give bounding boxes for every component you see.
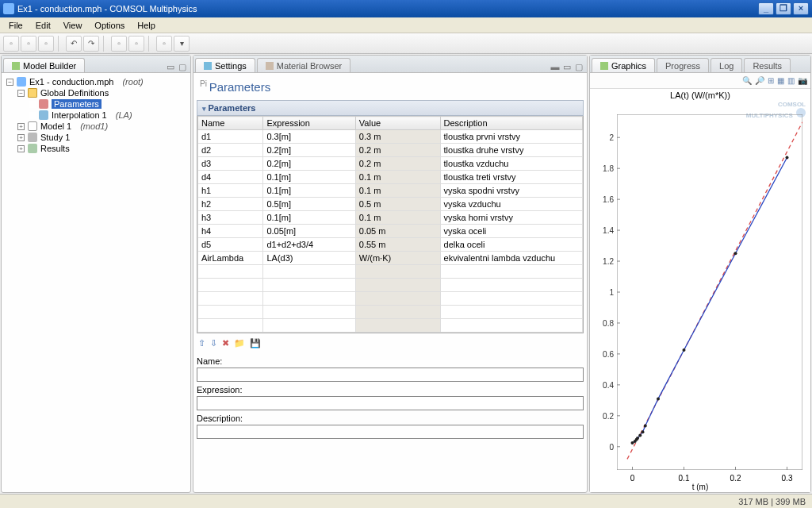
delete-row-icon[interactable]: ✖ — [222, 338, 229, 348]
maximize-button[interactable]: ❐ — [776, 2, 791, 15]
plot-title: LA(t) (W/(m*K)) — [590, 89, 810, 102]
svg-point-23 — [657, 397, 660, 400]
svg-point-19 — [636, 437, 639, 440]
graphics-toolbar: 🔍 🔎 ⊞ ▦ ▥ 📷 — [590, 73, 810, 89]
tab-settings[interactable]: Settings — [195, 58, 255, 72]
table-row[interactable]: h20.5[m]0.5 mvyska vzduchu — [198, 198, 583, 211]
table-row[interactable]: h30.1[m]0.1 mvyska horni vrstvy — [198, 211, 583, 225]
table-row[interactable]: d40.1[m]0.1 mtloustka treti vrstvy — [198, 171, 583, 184]
zoom-out-icon[interactable]: 🔎 — [755, 76, 764, 85]
svg-point-26 — [786, 156, 789, 160]
tab-log[interactable]: Log — [710, 58, 742, 72]
table-row[interactable]: d10.3[m]0.3 mtloustka prvni vrstvy — [198, 130, 583, 144]
table-row[interactable]: d20.2[m]0.2 mtloustka druhe vrstvy — [198, 144, 583, 157]
copy-button[interactable]: ▫ — [111, 36, 127, 52]
save-button[interactable]: ▫ — [38, 36, 54, 52]
table-row[interactable]: AirLambdaLA(d3)W/(m·K)ekvivalentni lambd… — [198, 252, 583, 265]
minimize-panel-icon[interactable]: ▭ — [166, 62, 175, 72]
menu-options[interactable]: Options — [89, 19, 130, 32]
minimize-button[interactable]: _ — [758, 2, 774, 15]
graphics-icon — [600, 62, 608, 70]
material-icon — [266, 62, 274, 70]
tab-progress[interactable]: Progress — [657, 58, 709, 72]
dropdown-icon[interactable]: ▾ — [174, 36, 190, 52]
table-row[interactable]: d5d1+d2+d3/40.55 mdelka oceli — [198, 238, 583, 252]
app-icon — [3, 3, 14, 14]
snapshot-icon[interactable]: 📷 — [798, 76, 807, 85]
model-builder-icon — [12, 62, 20, 70]
table-row[interactable]: h10.1[m]0.1 mvyska spodni vrstvy — [198, 184, 583, 198]
close-button[interactable]: × — [793, 2, 809, 15]
svg-point-24 — [683, 348, 686, 352]
new-button[interactable]: ▫ — [3, 36, 19, 52]
zoom-box-icon[interactable]: ▦ — [777, 76, 784, 85]
tab-material-browser[interactable]: Material Browser — [257, 58, 351, 72]
menubar: File Edit View Options Help — [0, 17, 812, 33]
panel-min-icon[interactable]: ▭ — [562, 62, 572, 72]
plot-area[interactable]: LA(t) (W/(m*K)) COMSOLMULTIPHYSICS t (m)… — [590, 89, 810, 492]
panel-menu-icon[interactable]: ▬ — [550, 62, 560, 72]
svg-point-22 — [644, 424, 647, 427]
expression-field[interactable] — [197, 396, 584, 410]
menu-view[interactable]: View — [58, 19, 88, 32]
open-button[interactable]: ▫ — [21, 36, 36, 52]
name-field[interactable] — [197, 368, 584, 382]
description-field[interactable] — [197, 425, 584, 439]
window-titlebar: Ex1 - conduction.mph - COMSOL Multiphysi… — [0, 0, 812, 17]
zoom-extents-icon[interactable]: ⊞ — [768, 76, 774, 85]
model-builder-panel: Model Builder ▭ ▢ − Ex1 - conduction.mph… — [1, 55, 191, 493]
select-icon[interactable]: ▥ — [787, 76, 795, 85]
menu-help[interactable]: Help — [132, 19, 161, 32]
tree-parameters[interactable]: Parameters — [52, 99, 102, 109]
page-title: Parameters — [197, 75, 584, 100]
x-axis-label: t (m) — [692, 483, 709, 491]
tab-graphics[interactable]: Graphics — [592, 58, 655, 72]
save-icon[interactable]: 💾 — [250, 338, 261, 348]
settings-icon — [204, 62, 212, 70]
menu-edit[interactable]: Edit — [30, 19, 56, 32]
redo-button[interactable]: ↷ — [83, 36, 99, 52]
settings-panel: Settings Material Browser ▬ ▭ ▢ Paramete… — [193, 55, 588, 493]
run-button[interactable]: ▫ — [156, 36, 172, 52]
table-row[interactable]: h40.05[m]0.05 mvyska oceli — [198, 225, 583, 238]
parameters-table[interactable]: Name Expression Value Description d10.3[… — [197, 116, 584, 333]
main-toolbar: ▫ ▫ ▫ ↶ ↷ ▫ ▫ ▫ ▾ — [0, 33, 812, 54]
paste-button[interactable]: ▫ — [128, 36, 144, 52]
zoom-in-icon[interactable]: 🔍 — [742, 76, 752, 85]
maximize-panel-icon[interactable]: ▢ — [178, 62, 187, 72]
move-down-icon[interactable]: ⇩ — [210, 338, 217, 348]
parameters-section-toggle[interactable]: Parameters — [197, 100, 584, 116]
svg-point-20 — [638, 434, 642, 437]
tab-model-builder[interactable]: Model Builder — [3, 58, 85, 72]
svg-rect-0 — [617, 114, 802, 470]
move-up-icon[interactable]: ⇧ — [198, 338, 205, 348]
menu-file[interactable]: File — [3, 19, 29, 32]
svg-point-21 — [642, 430, 645, 433]
svg-point-25 — [734, 252, 737, 255]
load-icon[interactable]: 📁 — [234, 338, 245, 348]
window-title: Ex1 - conduction.mph - COMSOL Multiphysi… — [17, 4, 758, 13]
graphics-panel: Graphics Progress Log Results 🔍 🔎 ⊞ ▦ ▥ … — [589, 55, 811, 493]
memory-status: 317 MB | 399 MB — [738, 497, 806, 506]
statusbar: 317 MB | 399 MB — [0, 494, 812, 508]
model-tree[interactable]: − Ex1 - conduction.mph (root) − Global D… — [2, 73, 190, 157]
panel-max-icon[interactable]: ▢ — [574, 62, 584, 72]
table-row[interactable]: d30.2[m]0.2 mtloustka vzduchu — [198, 157, 583, 171]
tab-results[interactable]: Results — [744, 58, 791, 72]
undo-button[interactable]: ↶ — [66, 36, 82, 52]
